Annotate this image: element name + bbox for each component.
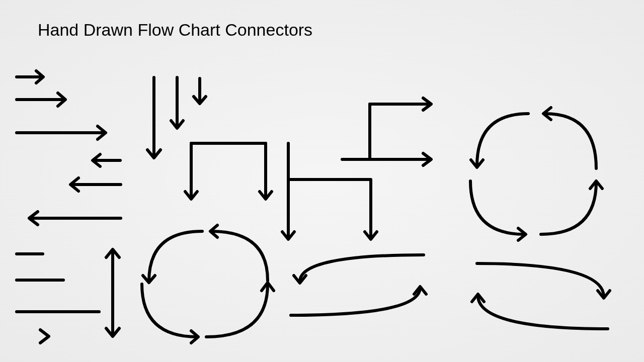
- cycle-box-ccw-icon: [142, 225, 274, 343]
- arrow-right-short-icon: [17, 71, 43, 83]
- arrow-left-medium-icon: [70, 178, 121, 191]
- arrow-down-medium-icon: [171, 77, 183, 128]
- fork-right-two-icon: [342, 98, 431, 165]
- cycle-box-cw-icon: [470, 108, 602, 240]
- arrow-right-medium-icon: [17, 93, 65, 106]
- fork-down-right-icon: [282, 143, 377, 239]
- arrow-left-short-icon: [93, 154, 120, 166]
- cycle-rect-1-icon: [291, 255, 426, 315]
- arrow-down-long-icon: [147, 77, 160, 158]
- fork-down-two-icon: [185, 143, 272, 199]
- connectors-canvas: [0, 0, 644, 362]
- arrow-right-long-icon: [17, 126, 106, 139]
- chevron-right-icon: [40, 330, 49, 343]
- slide: Hand Drawn Flow Chart Connectors: [0, 0, 644, 362]
- arrow-vertical-double-icon: [106, 249, 119, 336]
- arrow-left-long-icon: [29, 212, 121, 225]
- cycle-rect-2-icon: [472, 263, 610, 329]
- arrow-down-short-icon: [194, 78, 206, 104]
